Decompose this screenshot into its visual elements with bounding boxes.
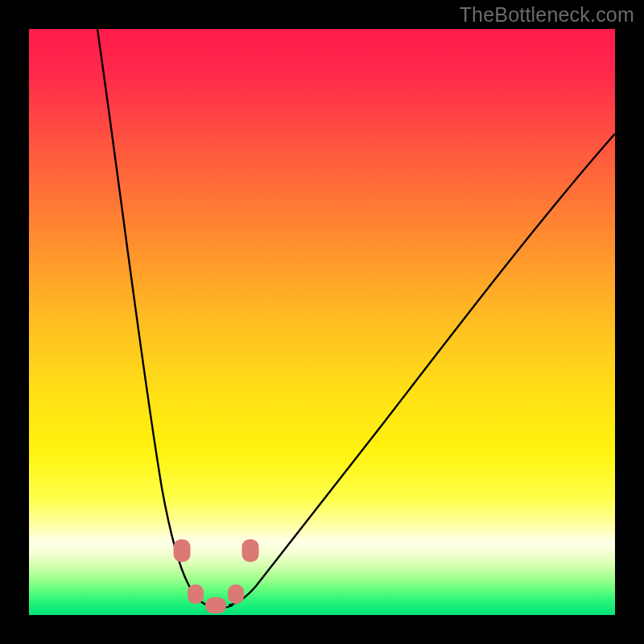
plot-area (29, 29, 615, 615)
optimal-marker (228, 584, 244, 604)
watermark-text: TheBottleneck.com (460, 3, 634, 27)
curve-right-arm (229, 134, 615, 605)
chart-frame: TheBottleneck.com (0, 0, 644, 644)
optimal-marker (188, 584, 204, 604)
bottleneck-curve (29, 29, 615, 615)
optimal-marker (242, 539, 259, 562)
curve-left-arm (97, 29, 208, 605)
optimal-marker (205, 597, 226, 613)
optimal-marker (174, 539, 191, 562)
